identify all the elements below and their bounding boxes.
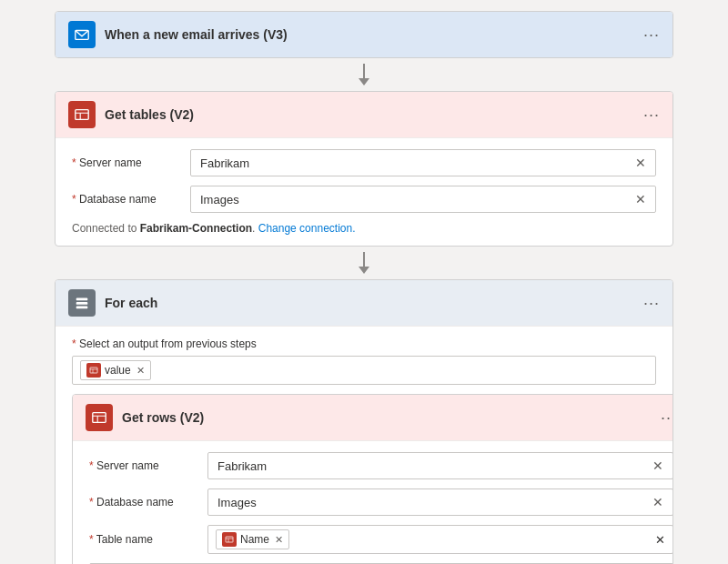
get-rows-database-clear[interactable]: ✕ bbox=[652, 495, 663, 509]
for-each-inner: Get rows (V2) ··· Server name Fabrikam ✕ bbox=[72, 394, 656, 564]
value-tag-icon bbox=[86, 363, 101, 378]
server-name-row: Server name Fabrikam ✕ bbox=[72, 149, 656, 176]
get-rows-table-input[interactable]: Name ✕ ✕ bbox=[207, 525, 673, 554]
trigger-menu[interactable]: ··· bbox=[643, 25, 660, 45]
get-rows-server-clear[interactable]: ✕ bbox=[652, 458, 663, 473]
svg-rect-6 bbox=[76, 307, 88, 309]
trigger-header: When a new email arrives (V3) ··· bbox=[56, 12, 672, 57]
trigger-card: When a new email arrives (V3) ··· bbox=[55, 11, 673, 58]
get-rows-database-input[interactable]: Images ✕ bbox=[207, 488, 673, 516]
arrow-2 bbox=[359, 247, 369, 279]
trigger-title: When a new email arrives (V3) bbox=[105, 27, 634, 42]
server-name-clear[interactable]: ✕ bbox=[635, 156, 646, 170]
select-output-input[interactable]: value ✕ bbox=[72, 356, 656, 385]
database-name-row: Database name Images ✕ bbox=[72, 186, 656, 213]
get-tables-header: Get tables (V2) ··· bbox=[56, 92, 672, 138]
get-rows-menu[interactable]: ··· bbox=[661, 408, 673, 428]
get-rows-card: Get rows (V2) ··· Server name Fabrikam ✕ bbox=[72, 394, 673, 564]
arrow-1 bbox=[359, 58, 369, 91]
for-each-card: For each ··· Select an output from previ… bbox=[55, 279, 673, 564]
for-each-menu[interactable]: ··· bbox=[643, 294, 660, 313]
value-tag-close[interactable]: ✕ bbox=[136, 365, 145, 377]
get-rows-table-row: Table name bbox=[89, 525, 673, 554]
get-tables-icon bbox=[68, 101, 96, 128]
svg-rect-7 bbox=[90, 368, 97, 373]
for-each-icon bbox=[68, 289, 96, 317]
get-rows-table-clear[interactable]: ✕ bbox=[655, 533, 665, 547]
get-rows-server-label: Server name bbox=[89, 459, 207, 472]
database-name-label: Database name bbox=[72, 193, 190, 206]
get-tables-card: Get tables (V2) ··· Server name Fabrikam… bbox=[55, 91, 673, 247]
get-tables-menu[interactable]: ··· bbox=[643, 106, 660, 125]
svg-rect-13 bbox=[226, 537, 233, 542]
email-icon bbox=[68, 21, 96, 48]
svg-rect-1 bbox=[76, 110, 88, 120]
get-rows-table-label: Table name bbox=[89, 533, 207, 546]
for-each-header: For each ··· bbox=[56, 280, 672, 327]
table-name-tag-close[interactable]: ✕ bbox=[275, 534, 283, 546]
get-rows-database-row: Database name Images ✕ bbox=[89, 488, 673, 516]
value-tag: value ✕ bbox=[80, 360, 151, 380]
get-rows-title: Get rows (V2) bbox=[122, 410, 652, 425]
database-name-clear[interactable]: ✕ bbox=[635, 192, 646, 206]
server-name-input[interactable]: Fabrikam ✕ bbox=[190, 149, 656, 176]
flow-container: When a new email arrives (V3) ··· Get ta… bbox=[18, 11, 710, 564]
table-name-tag-icon bbox=[222, 532, 237, 547]
for-each-body: Select an output from previous steps val… bbox=[56, 327, 672, 564]
get-tables-body: Server name Fabrikam ✕ Database name Ima… bbox=[56, 138, 672, 246]
get-rows-server-input[interactable]: Fabrikam ✕ bbox=[207, 452, 673, 479]
get-rows-header: Get rows (V2) ··· bbox=[73, 395, 673, 441]
get-rows-database-label: Database name bbox=[89, 496, 207, 509]
get-rows-server-row: Server name Fabrikam ✕ bbox=[89, 452, 673, 479]
get-tables-change-connection[interactable]: Change connection. bbox=[258, 222, 356, 235]
database-name-input[interactable]: Images ✕ bbox=[190, 186, 656, 213]
value-tag-text: value bbox=[105, 364, 131, 377]
get-tables-connection-info: Connected to Fabrikam-Connection. Change… bbox=[72, 222, 656, 235]
svg-rect-4 bbox=[76, 298, 88, 301]
table-name-tag-text: Name bbox=[240, 533, 269, 546]
svg-rect-10 bbox=[93, 413, 106, 423]
get-rows-icon bbox=[86, 404, 113, 431]
get-rows-body: Server name Fabrikam ✕ Database name Ima… bbox=[73, 441, 673, 564]
table-name-tag: Name ✕ bbox=[216, 529, 289, 549]
select-output-label: Select an output from previous steps bbox=[72, 337, 656, 350]
svg-rect-5 bbox=[76, 302, 88, 305]
for-each-title: For each bbox=[105, 296, 634, 310]
get-tables-title: Get tables (V2) bbox=[105, 107, 634, 122]
server-name-label: Server name bbox=[72, 156, 190, 169]
